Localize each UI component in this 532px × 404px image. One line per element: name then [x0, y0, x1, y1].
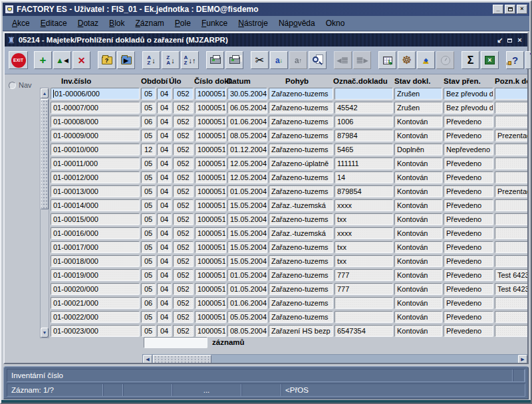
field-inv-cislo[interactable]: 01-00006/000 — [51, 88, 140, 100]
field-obdobi-mesic[interactable]: 05 — [141, 241, 156, 253]
field-pohyb[interactable]: Zařaz.-tuzemská — [269, 227, 333, 239]
field-poznamka[interactable] — [495, 102, 527, 114]
field-oznaceni-dokladu[interactable]: 879854 — [334, 185, 393, 197]
field-inv-cislo[interactable]: 01-00019/000 — [51, 269, 140, 281]
field-obdobi-mesic[interactable]: 05 — [141, 130, 156, 142]
form-overview-button[interactable]: ↳ — [378, 51, 396, 69]
field-stav-prenosu[interactable]: Převedeno — [444, 325, 493, 337]
field-stav-dokladu[interactable]: Kontován — [394, 269, 442, 281]
field-pohyb[interactable]: Zařazeno-tuzems — [269, 171, 333, 183]
field-uloha[interactable]: 052 — [173, 171, 194, 183]
field-uloha[interactable]: 052 — [173, 213, 194, 225]
menu-item-zaznam[interactable]: Záznam — [130, 17, 169, 29]
scroll-left-icon[interactable]: ◀ — [143, 355, 152, 363]
field-obdobi-rok[interactable]: 04 — [157, 311, 172, 323]
field-uloha[interactable]: 052 — [173, 269, 194, 281]
field-poznamka[interactable] — [495, 255, 527, 267]
field-poznamka[interactable] — [495, 227, 527, 239]
field-oznaceni-dokladu[interactable]: 111111 — [334, 157, 393, 169]
field-obdobi-rok[interactable]: 04 — [157, 88, 172, 100]
menu-item-okno[interactable]: Okno — [321, 17, 350, 29]
field-poznamka[interactable] — [495, 297, 527, 309]
field-inv-cislo[interactable]: 01-00021/000 — [51, 297, 140, 309]
field-obdobi-rok[interactable]: 04 — [157, 325, 172, 337]
field-datum[interactable]: 01.12.2004 — [227, 144, 267, 155]
help-button[interactable]: ? — [525, 51, 532, 69]
field-obdobi-mesic[interactable]: 05 — [141, 227, 156, 239]
field-inv-cislo[interactable]: 01-00013/000 — [51, 185, 140, 197]
field-stav-prenosu[interactable]: Převedeno — [444, 269, 493, 281]
nav-radio[interactable]: Nav — [9, 81, 32, 89]
field-cislo-dokladu[interactable]: 1000051014 — [195, 102, 226, 114]
field-pohyb[interactable]: Zařazeno-tuzems — [269, 255, 333, 267]
field-stav-prenosu[interactable]: Převedeno — [444, 241, 493, 253]
print-button[interactable] — [206, 51, 224, 69]
field-obdobi-rok[interactable]: 04 — [157, 199, 172, 211]
field-cislo-dokladu[interactable]: 1000051030 — [195, 227, 226, 239]
field-pohyb[interactable]: Zařaz.-tuzemská — [269, 199, 333, 211]
field-stav-prenosu[interactable]: Převedeno — [444, 227, 493, 239]
field-obdobi-rok[interactable]: 04 — [157, 297, 172, 309]
field-stav-dokladu[interactable]: Zrušen — [394, 102, 442, 114]
field-inv-cislo[interactable]: 01-00022/000 — [51, 311, 140, 323]
field-obdobi-mesic[interactable]: 05 — [141, 255, 156, 267]
mdi-restore-icon[interactable] — [505, 36, 515, 44]
field-stav-dokladu[interactable]: Kontován — [394, 241, 442, 253]
menu-item-napoveda[interactable]: Nápověda — [273, 17, 321, 29]
field-inv-cislo[interactable]: 01-00016/000 — [51, 227, 140, 239]
copy-field-button[interactable]: a↓ — [270, 51, 288, 69]
horizontal-scroll-thumb[interactable] — [153, 355, 211, 363]
exit-button[interactable]: EXIT — [9, 51, 28, 69]
field-obdobi-rok[interactable]: 04 — [157, 130, 172, 142]
field-stav-prenosu[interactable]: Převedeno — [444, 311, 493, 323]
field-stav-dokladu[interactable]: Kontován — [394, 199, 442, 211]
field-datum[interactable]: 01.06.2004 — [227, 297, 267, 309]
execute-query-button[interactable]: ▶ — [117, 51, 135, 69]
field-stav-prenosu[interactable]: Bez převodu d — [444, 102, 493, 114]
field-cislo-dokladu[interactable]: 1000051036 — [195, 311, 226, 323]
field-stav-prenosu[interactable]: Převedeno — [444, 185, 493, 197]
field-poznamka[interactable] — [495, 213, 527, 225]
field-stav-dokladu[interactable]: Kontován — [394, 311, 442, 323]
field-oznaceni-dokladu[interactable] — [334, 297, 393, 309]
field-uloha[interactable]: 052 — [173, 144, 194, 155]
field-uloha[interactable]: 052 — [173, 241, 194, 253]
field-cislo-dokladu[interactable]: 1000051013 — [195, 88, 226, 100]
field-stav-prenosu[interactable]: Převedeno — [444, 157, 493, 169]
field-obdobi-mesic[interactable]: 05 — [141, 102, 156, 114]
print-all-button[interactable] — [225, 51, 243, 69]
field-oznaceni-dokladu[interactable]: 6547354 — [334, 325, 393, 337]
field-oznaceni-dokladu[interactable]: txx — [334, 255, 393, 267]
field-obdobi-rok[interactable]: 04 — [157, 157, 172, 169]
delete-record-button[interactable]: ✕ — [72, 51, 90, 69]
scroll-up-icon[interactable]: ▲ — [41, 88, 49, 98]
field-uloha[interactable]: 052 — [173, 116, 194, 128]
field-stav-dokladu[interactable]: Kontován — [394, 157, 442, 169]
field-inv-cislo[interactable]: 01-00020/000 — [51, 283, 140, 295]
field-pohyb[interactable]: Zařazeno-tuzems — [269, 283, 333, 295]
field-poznamka[interactable] — [495, 199, 527, 211]
vertical-scroll-thumb[interactable] — [41, 99, 49, 209]
field-obdobi-rok[interactable]: 04 — [157, 144, 172, 155]
scroll-right-icon[interactable]: ▶ — [518, 355, 527, 363]
field-cislo-dokladu[interactable]: 1000051026 — [195, 171, 226, 183]
field-stav-prenosu[interactable]: Převedeno — [444, 116, 493, 128]
help-fields-button[interactable]: ? — [506, 51, 524, 69]
field-oznaceni-dokladu[interactable]: xxxx — [334, 199, 393, 211]
field-obdobi-mesic[interactable]: 05 — [141, 269, 156, 281]
field-datum[interactable]: 01.05.2004 — [227, 283, 267, 295]
field-obdobi-mesic[interactable]: 05 — [141, 213, 156, 225]
field-obdobi-mesic[interactable]: 05 — [141, 199, 156, 211]
field-inv-cislo[interactable]: 01-00018/000 — [51, 255, 140, 267]
field-obdobi-mesic[interactable]: 05 — [141, 325, 156, 337]
field-oznaceni-dokladu[interactable] — [334, 311, 393, 323]
field-pohyb[interactable]: Zařazeno-tuzems — [269, 102, 333, 114]
field-stav-dokladu[interactable]: Kontován — [394, 185, 442, 197]
field-oznaceni-dokladu[interactable]: txx — [334, 241, 393, 253]
field-inv-cislo[interactable]: 01-00017/000 — [51, 241, 140, 253]
field-obdobi-mesic[interactable]: 06 — [141, 297, 156, 309]
field-stav-dokladu[interactable]: Kontován — [394, 171, 442, 183]
menu-item-pole[interactable]: Pole — [170, 17, 196, 29]
vertical-scrollbar[interactable]: ▲ ▼ — [40, 88, 49, 338]
field-poznamka[interactable]: Test 6423 — [495, 269, 527, 281]
